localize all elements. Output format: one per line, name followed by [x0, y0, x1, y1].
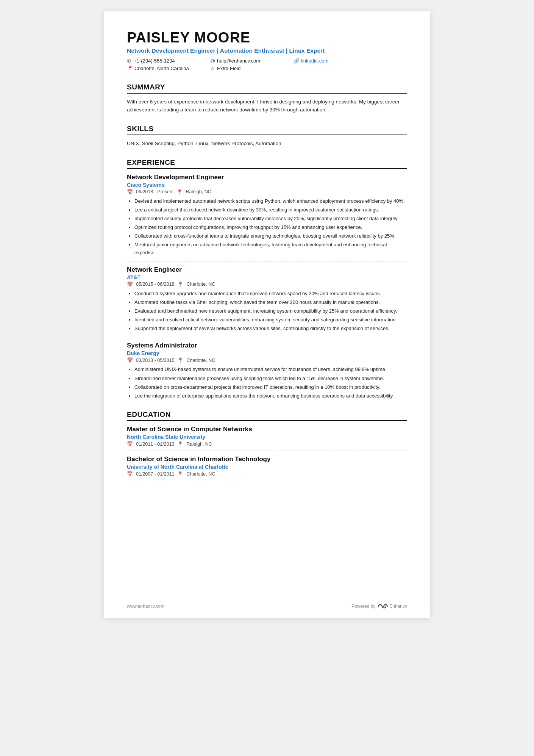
location-item: 📍 Charlotte, North Carolina	[127, 66, 210, 71]
list-item: Conducted system upgrades and maintenanc…	[134, 290, 407, 297]
candidate-name: PAISLEY MOORE	[127, 30, 407, 46]
summary-section: SUMMARY With over 6 years of experience …	[127, 83, 407, 114]
list-item: Administered UNIX-based systems to ensur…	[134, 366, 407, 373]
calendar-icon-uncc: 📅	[127, 471, 133, 477]
calendar-icon-ncsu: 📅	[127, 441, 133, 447]
list-item: Mentored junior engineers on advanced ne…	[134, 241, 407, 256]
list-item: Streamlined server maintenance processes…	[134, 375, 407, 382]
phone-value: +1-(234)-555-1234	[134, 58, 175, 64]
contact-row-2: 📍 Charlotte, North Carolina ☆ Extra Fiel…	[127, 66, 407, 72]
job-dates-cisco: 06/2018 - Present	[136, 189, 173, 194]
edu-dates-ncsu: 01/2011 - 01/2013	[136, 441, 174, 447]
list-item: Collaborated with cross-functional teams…	[134, 232, 407, 240]
job-att: Network Engineer AT&T 📅 05/2015 - 06/201…	[127, 266, 407, 333]
list-item: Automated routine tasks via Shell script…	[134, 299, 407, 306]
education-heading: EDUCATION	[127, 410, 407, 421]
job-location-att: Charlotte, NC	[186, 282, 215, 287]
email-item: @ help@enhancv.com	[210, 58, 294, 64]
loc-icon-duke: 📍	[177, 357, 183, 363]
linkedin-link[interactable]: linkedin.com	[301, 58, 328, 64]
list-item: Supported the deployment of several netw…	[134, 325, 407, 332]
school-uncc: University of North Carolina at Charlott…	[127, 464, 407, 470]
divider-edu	[127, 451, 407, 451]
job-title-cisco: Network Development Engineer	[127, 174, 407, 181]
company-att: AT&T	[127, 274, 407, 280]
linkedin-item: 🔗 linkedin.com	[294, 58, 377, 64]
job-bullets-att: Conducted system upgrades and maintenanc…	[127, 290, 407, 333]
list-item: Identified and resolved critical network…	[134, 316, 407, 324]
edu-meta-ncsu: 📅 01/2011 - 01/2013 📍 Raleigh, NC	[127, 441, 407, 447]
edu-location-uncc: Charlotte, NC	[186, 471, 215, 477]
divider-cisco-att	[127, 261, 407, 261]
list-item: Devised and implemented automated networ…	[134, 197, 407, 205]
skills-section: SKILLS UNIX, Shell Scripting, Python, Li…	[127, 125, 407, 148]
divider-att-duke	[127, 337, 407, 337]
enhancv-brand: Enhancv	[389, 604, 407, 609]
summary-heading: SUMMARY	[127, 83, 407, 94]
list-item: Implemented security protocols that decr…	[134, 215, 407, 222]
edu-location-ncsu: Raleigh, NC	[186, 441, 212, 447]
list-item: Collaborated on cross-departmental proje…	[134, 383, 407, 391]
list-item: Evaluated and benchmarked new network eq…	[134, 307, 407, 315]
experience-heading: EXPERIENCE	[127, 158, 407, 169]
footer-website: www.enhancv.com	[127, 604, 164, 609]
job-duke: Systems Administrator Duke Energy 📅 03/2…	[127, 342, 407, 400]
phone-item: ✆ +1-(234)-555-1234	[127, 58, 210, 64]
enhancv-logo-svg	[378, 603, 388, 609]
job-title-duke: Systems Administrator	[127, 342, 407, 349]
email-icon: @	[210, 58, 215, 64]
contact-info: ✆ +1-(234)-555-1234 @ help@enhancv.com 🔗…	[127, 58, 407, 72]
job-title-att: Network Engineer	[127, 266, 407, 274]
candidate-title: Network Development Engineer | Automatio…	[127, 47, 407, 54]
location-icon: 📍	[127, 66, 133, 71]
job-dates-duke: 03/2013 - 05/2015	[136, 358, 174, 363]
list-item: Led a critical project that reduced netw…	[134, 206, 407, 214]
summary-text: With over 6 years of experience in netwo…	[127, 98, 407, 114]
degree-uncc: Bachelor of Science in Information Techn…	[127, 455, 407, 463]
resume-page: PAISLEY MOORE Network Development Engine…	[104, 11, 430, 618]
loc-icon-uncc: 📍	[177, 471, 183, 477]
calendar-icon-cisco: 📅	[127, 189, 133, 195]
job-dates-att: 05/2015 - 06/2018	[136, 282, 174, 287]
star-icon: ☆	[210, 66, 215, 71]
education-section: EDUCATION Master of Science in Computer …	[127, 410, 407, 477]
job-bullets-duke: Administered UNIX-based systems to ensur…	[127, 366, 407, 400]
phone-icon: ✆	[127, 58, 132, 64]
enhancv-logo: Enhancv	[378, 603, 407, 609]
edu-meta-uncc: 📅 01/2007 - 01/2011 📍 Charlotte, NC	[127, 471, 407, 477]
school-ncsu: North Carolina State University	[127, 434, 407, 440]
header: PAISLEY MOORE Network Development Engine…	[127, 30, 407, 72]
job-meta-att: 📅 05/2015 - 06/2018 📍 Charlotte, NC	[127, 282, 407, 287]
list-item: Optimized routing protocol configuration…	[134, 224, 407, 231]
email-value: help@enhancv.com	[217, 58, 260, 64]
calendar-icon-att: 📅	[127, 282, 133, 287]
company-cisco: Cisco Systems	[127, 182, 407, 188]
job-meta-duke: 📅 03/2013 - 05/2015 📍 Charlotte, NC	[127, 357, 407, 363]
powered-by: Powered by Enhancv	[351, 603, 407, 609]
page-footer: www.enhancv.com Powered by Enhancv	[127, 603, 407, 609]
loc-icon-cisco: 📍	[176, 189, 183, 195]
loc-icon-ncsu: 📍	[177, 441, 183, 447]
job-meta-cisco: 📅 06/2018 - Present 📍 Raleigh, NC	[127, 189, 407, 195]
company-duke: Duke Energy	[127, 350, 407, 356]
edu-dates-uncc: 01/2007 - 01/2011	[136, 471, 174, 477]
edu-uncc: Bachelor of Science in Information Techn…	[127, 455, 407, 477]
list-item: Led the integration of enterprise applic…	[134, 392, 407, 400]
edu-ncsu: Master of Science in Computer Networks N…	[127, 426, 407, 447]
skills-text: UNIX, Shell Scripting, Python, Linux, Ne…	[127, 140, 407, 148]
loc-icon-att: 📍	[177, 282, 183, 287]
extra-field-item: ☆ Extra Field	[210, 66, 294, 71]
job-location-duke: Charlotte, NC	[186, 358, 215, 363]
contact-row-1: ✆ +1-(234)-555-1234 @ help@enhancv.com 🔗…	[127, 58, 407, 65]
location-value: Charlotte, North Carolina	[134, 66, 189, 71]
skills-heading: SKILLS	[127, 125, 407, 135]
job-location-cisco: Raleigh, NC	[186, 189, 211, 194]
job-cisco: Network Development Engineer Cisco Syste…	[127, 174, 407, 257]
experience-section: EXPERIENCE Network Development Engineer …	[127, 158, 407, 400]
calendar-icon-duke: 📅	[127, 357, 133, 363]
powered-by-label: Powered by	[351, 604, 375, 609]
degree-ncsu: Master of Science in Computer Networks	[127, 426, 407, 433]
extra-field-value: Extra Field	[217, 66, 240, 71]
job-bullets-cisco: Devised and implemented automated networ…	[127, 197, 407, 257]
linkedin-icon: 🔗	[294, 58, 300, 64]
